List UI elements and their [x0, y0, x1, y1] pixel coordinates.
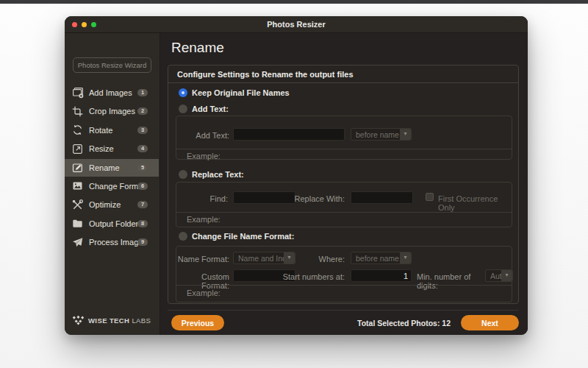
sidebar-item-crop-images[interactable]: Crop Images 2: [65, 102, 159, 120]
folder-icon: [71, 218, 84, 230]
name-format-label: Name Format:: [176, 255, 229, 263]
change-format-option[interactable]: Change File Name Format:: [179, 232, 294, 241]
sidebar-item-rename[interactable]: Rename 5: [65, 159, 159, 177]
start-numbers-input[interactable]: [351, 269, 412, 282]
rotate-icon: [71, 124, 84, 136]
step-number-badge: 3: [137, 127, 148, 134]
page-title: Rename: [171, 40, 224, 56]
step-number-badge: 7: [137, 201, 148, 208]
radio-unselected-icon[interactable]: [179, 232, 187, 241]
footer-divider: [168, 310, 519, 311]
find-input[interactable]: [233, 191, 295, 204]
chevron-down-icon: ▾: [501, 270, 512, 281]
step-number-badge: 8: [137, 220, 148, 227]
keep-original-option[interactable]: Keep Original File Names: [179, 88, 290, 97]
replace-text-example-label: Example:: [187, 215, 220, 224]
add-text-example-label: Example:: [187, 152, 220, 160]
step-number-badge: 4: [137, 145, 148, 152]
first-occurrence-label: First Occurrence Only: [438, 194, 512, 212]
desktop-background: Photos Resizer Photos Resize Wizard Add …: [0, 0, 588, 368]
example-divider: [176, 285, 512, 286]
wizard-sidebar: Photos Resize Wizard Add Images 1 Crop I…: [65, 33, 160, 335]
sidebar-item-resize[interactable]: Resize 4: [65, 140, 159, 158]
add-text-option[interactable]: Add Text:: [179, 105, 229, 113]
radio-unselected-icon[interactable]: [179, 170, 187, 179]
change-format-label: Change File Name Format:: [192, 232, 294, 241]
wizard-step-list: Add Images 1 Crop Images 2 Rotate 3: [65, 84, 159, 252]
where-dropdown[interactable]: before name ▾: [351, 252, 412, 264]
add-text-label: Add Text:: [192, 105, 229, 113]
sidebar-item-optimize[interactable]: Optimize 7: [65, 196, 159, 213]
example-divider: [176, 149, 512, 149]
radio-unselected-icon[interactable]: [179, 105, 187, 113]
keep-original-label: Keep Original File Names: [192, 88, 290, 97]
sidebar-item-label: Output Folder: [89, 219, 138, 228]
step-number-badge: 9: [137, 238, 148, 246]
crop-icon: [71, 105, 84, 117]
start-numbers-label: Start numbers at:: [279, 272, 345, 281]
custom-format-label: Custom Format:: [176, 272, 229, 290]
total-selected-photos: Total Selected Photos: 12: [357, 319, 451, 328]
add-text-position-dropdown[interactable]: before name ▾: [351, 128, 412, 141]
chevron-down-icon: ▾: [400, 129, 411, 140]
first-occurrence-checkbox[interactable]: [426, 193, 434, 201]
add-text-input[interactable]: [233, 128, 345, 141]
replace-text-option[interactable]: Replace Text:: [179, 170, 244, 179]
app-window: Photos Resizer Photos Resize Wizard Add …: [65, 16, 528, 335]
sidebar-item-label: Crop Images: [89, 107, 135, 116]
step-number-badge: 1: [137, 89, 148, 96]
resize-icon: [71, 143, 84, 155]
window-title: Photos Resizer: [65, 16, 528, 33]
next-button[interactable]: Next: [461, 315, 519, 330]
rename-icon: [71, 162, 84, 174]
rename-settings-panel: Configure Settings to Rename the output …: [168, 65, 519, 304]
previous-button[interactable]: Previous: [171, 315, 224, 330]
sidebar-item-label: Resize: [89, 144, 114, 153]
step-number-badge: 6: [137, 183, 148, 190]
replace-text-group: Find: Replace With: First Occurrence Onl…: [176, 182, 512, 227]
sidebar-item-process-images[interactable]: Process Images 9: [65, 233, 159, 251]
example-divider: [176, 212, 512, 213]
sidebar-item-label: Rotate: [89, 126, 112, 135]
find-label: Find:: [176, 194, 228, 203]
brand-name: WISE TECH LABS: [88, 316, 151, 325]
sidebar-item-label: Rename: [89, 163, 120, 172]
replace-with-label: Replace With:: [288, 194, 345, 203]
tools-icon: [71, 199, 84, 210]
step-number-badge: 5: [137, 164, 148, 171]
add-text-group: Add Text: before name ▾ Example:: [176, 116, 512, 160]
add-images-icon: [71, 87, 84, 99]
sidebar-item-label: Change Format: [89, 182, 145, 191]
radio-selected-icon[interactable]: [179, 88, 187, 97]
wise-tech-labs-logo-icon: [72, 315, 85, 325]
min-digits-label: Min. number of digits:: [417, 272, 485, 290]
step-number-badge: 2: [137, 107, 148, 115]
add-text-field-label: Add Text:: [176, 131, 229, 140]
brand-logo: WISE TECH LABS: [72, 315, 151, 325]
sidebar-item-change-format[interactable]: Change Format 6: [65, 177, 159, 195]
change-format-group: Name Format: Name and Index ▾ Where: bef…: [176, 246, 512, 302]
sidebar-item-rotate[interactable]: Rotate 3: [65, 121, 159, 139]
change-format-example-label: Example:: [187, 289, 220, 297]
sidebar-item-add-images[interactable]: Add Images 1: [65, 84, 159, 102]
top-edge-strip: [0, 0, 588, 4]
sidebar-item-label: Add Images: [89, 88, 132, 97]
paper-plane-icon: [71, 236, 84, 248]
wizard-title-button[interactable]: Photos Resize Wizard: [73, 57, 151, 73]
title-bar: Photos Resizer: [65, 16, 528, 33]
main-content: Rename Configure Settings to Rename the …: [160, 33, 528, 335]
sidebar-item-output-folder[interactable]: Output Folder 8: [65, 215, 159, 233]
image-format-icon: [71, 180, 84, 192]
panel-header: Configure Settings to Rename the output …: [168, 66, 518, 83]
sidebar-item-label: Optimize: [89, 200, 121, 209]
replace-text-label: Replace Text:: [192, 170, 244, 179]
chevron-down-icon: ▾: [400, 252, 411, 263]
replace-with-input[interactable]: [351, 191, 413, 204]
min-digits-dropdown[interactable]: Auto ▾: [485, 269, 513, 282]
where-label: Where:: [287, 255, 345, 263]
